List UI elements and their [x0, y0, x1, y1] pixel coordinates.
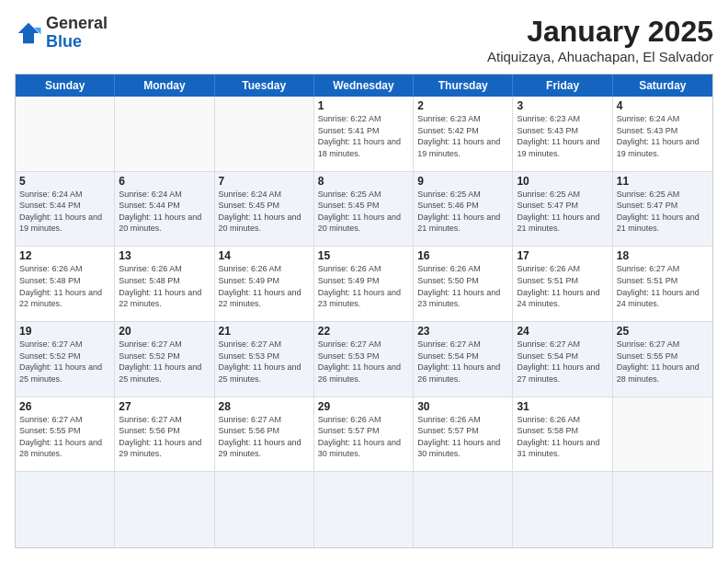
day-info: Sunrise: 6:27 AMSunset: 5:54 PMDaylight:… — [517, 339, 608, 385]
calendar-cell-r3-c3: 22Sunrise: 6:27 AMSunset: 5:53 PMDayligh… — [314, 322, 414, 396]
calendar-row-5 — [16, 472, 712, 547]
day-number: 17 — [517, 249, 608, 262]
calendar-cell-r1-c3: 8Sunrise: 6:25 AMSunset: 5:45 PMDaylight… — [314, 172, 414, 247]
calendar-cell-r4-c1: 27Sunrise: 6:27 AMSunset: 5:56 PMDayligh… — [115, 397, 214, 472]
weekday-header-tuesday: Tuesday — [215, 75, 314, 97]
day-info: Sunrise: 6:27 AMSunset: 5:55 PMDaylight:… — [19, 414, 110, 460]
logo-text: General Blue — [46, 15, 108, 52]
calendar-cell-r2-c4: 16Sunrise: 6:26 AMSunset: 5:50 PMDayligh… — [414, 247, 513, 321]
calendar-cell-r4-c5: 31Sunrise: 6:26 AMSunset: 5:58 PMDayligh… — [513, 397, 612, 472]
day-info: Sunrise: 6:25 AMSunset: 5:45 PMDaylight:… — [318, 189, 409, 235]
day-number: 29 — [318, 400, 409, 413]
day-info: Sunrise: 6:27 AMSunset: 5:52 PMDaylight:… — [119, 339, 210, 385]
weekday-header-monday: Monday — [115, 75, 214, 97]
calendar-cell-r3-c4: 23Sunrise: 6:27 AMSunset: 5:54 PMDayligh… — [414, 322, 513, 396]
calendar-cell-r5-c1 — [115, 472, 214, 547]
calendar-cell-r0-c4: 2Sunrise: 6:23 AMSunset: 5:42 PMDaylight… — [414, 97, 513, 171]
day-number: 15 — [318, 249, 409, 262]
calendar-cell-r4-c4: 30Sunrise: 6:26 AMSunset: 5:57 PMDayligh… — [414, 397, 513, 472]
calendar-row-2: 12Sunrise: 6:26 AMSunset: 5:48 PMDayligh… — [16, 247, 712, 322]
header: General Blue January 2025 Atiquizaya, Ah… — [15, 15, 713, 64]
calendar-cell-r5-c4 — [414, 472, 513, 547]
day-number: 9 — [417, 175, 508, 188]
calendar-cell-r3-c1: 20Sunrise: 6:27 AMSunset: 5:52 PMDayligh… — [115, 322, 214, 396]
calendar-cell-r5-c6 — [613, 472, 712, 547]
day-number: 22 — [318, 325, 409, 338]
day-number: 16 — [417, 249, 508, 262]
day-info: Sunrise: 6:23 AMSunset: 5:43 PMDaylight:… — [517, 113, 608, 159]
logo-blue-text: Blue — [46, 33, 108, 52]
day-info: Sunrise: 6:26 AMSunset: 5:57 PMDaylight:… — [417, 414, 508, 460]
weekday-header-sunday: Sunday — [16, 75, 115, 97]
day-info: Sunrise: 6:26 AMSunset: 5:49 PMDaylight:… — [219, 263, 310, 309]
calendar-cell-r2-c2: 14Sunrise: 6:26 AMSunset: 5:49 PMDayligh… — [215, 247, 314, 321]
calendar-row-4: 26Sunrise: 6:27 AMSunset: 5:55 PMDayligh… — [16, 397, 712, 473]
calendar-cell-r2-c6: 18Sunrise: 6:27 AMSunset: 5:51 PMDayligh… — [613, 247, 712, 321]
day-info: Sunrise: 6:25 AMSunset: 5:46 PMDaylight:… — [417, 189, 508, 235]
day-info: Sunrise: 6:27 AMSunset: 5:51 PMDaylight:… — [617, 263, 709, 309]
day-info: Sunrise: 6:27 AMSunset: 5:52 PMDaylight:… — [19, 339, 110, 385]
calendar-row-1: 5Sunrise: 6:24 AMSunset: 5:44 PMDaylight… — [16, 172, 712, 247]
day-info: Sunrise: 6:27 AMSunset: 5:53 PMDaylight:… — [219, 339, 310, 385]
day-number: 6 — [119, 175, 210, 188]
day-number: 12 — [19, 249, 110, 262]
day-number: 4 — [617, 99, 709, 112]
day-number: 7 — [219, 175, 310, 188]
day-number: 11 — [617, 175, 709, 188]
day-info: Sunrise: 6:27 AMSunset: 5:56 PMDaylight:… — [119, 414, 210, 460]
day-number: 19 — [19, 325, 110, 338]
day-info: Sunrise: 6:26 AMSunset: 5:51 PMDaylight:… — [517, 263, 608, 309]
calendar-cell-r2-c3: 15Sunrise: 6:26 AMSunset: 5:49 PMDayligh… — [314, 247, 414, 321]
calendar-cell-r5-c3 — [314, 472, 414, 547]
calendar-body: 1Sunrise: 6:22 AMSunset: 5:41 PMDaylight… — [16, 97, 712, 547]
day-number: 30 — [417, 400, 508, 413]
calendar-cell-r4-c2: 28Sunrise: 6:27 AMSunset: 5:56 PMDayligh… — [215, 397, 314, 472]
day-number: 5 — [19, 175, 110, 188]
day-info: Sunrise: 6:26 AMSunset: 5:57 PMDaylight:… — [318, 414, 409, 460]
calendar: SundayMondayTuesdayWednesdayThursdayFrid… — [15, 74, 713, 548]
calendar-cell-r3-c2: 21Sunrise: 6:27 AMSunset: 5:53 PMDayligh… — [215, 322, 314, 396]
calendar-cell-r0-c6: 4Sunrise: 6:24 AMSunset: 5:43 PMDaylight… — [613, 97, 712, 171]
day-number: 2 — [417, 99, 508, 112]
day-number: 1 — [318, 99, 409, 112]
day-number: 28 — [219, 400, 310, 413]
logo-icon — [15, 19, 42, 47]
day-number: 26 — [19, 400, 110, 413]
day-number: 24 — [517, 325, 608, 338]
calendar-cell-r5-c2 — [215, 472, 314, 547]
calendar-cell-r5-c5 — [513, 472, 612, 547]
calendar-cell-r0-c1 — [115, 97, 214, 171]
calendar-cell-r1-c6: 11Sunrise: 6:25 AMSunset: 5:47 PMDayligh… — [613, 172, 712, 247]
day-number: 3 — [517, 99, 608, 112]
day-number: 18 — [617, 249, 709, 262]
day-info: Sunrise: 6:26 AMSunset: 5:49 PMDaylight:… — [318, 263, 409, 309]
calendar-cell-r0-c2 — [215, 97, 314, 171]
day-info: Sunrise: 6:27 AMSunset: 5:56 PMDaylight:… — [219, 414, 310, 460]
calendar-cell-r5-c0 — [16, 472, 115, 547]
day-info: Sunrise: 6:24 AMSunset: 5:44 PMDaylight:… — [19, 189, 110, 235]
day-number: 8 — [318, 175, 409, 188]
day-info: Sunrise: 6:26 AMSunset: 5:48 PMDaylight:… — [19, 263, 110, 309]
calendar-cell-r0-c0 — [16, 97, 115, 171]
day-number: 10 — [517, 175, 608, 188]
day-info: Sunrise: 6:26 AMSunset: 5:50 PMDaylight:… — [417, 263, 508, 309]
calendar-cell-r3-c6: 25Sunrise: 6:27 AMSunset: 5:55 PMDayligh… — [613, 322, 712, 396]
month-title: January 2025 — [487, 15, 713, 49]
day-info: Sunrise: 6:26 AMSunset: 5:58 PMDaylight:… — [517, 414, 608, 460]
title-block: January 2025 Atiquizaya, Ahuachapan, El … — [487, 15, 713, 64]
day-number: 25 — [617, 325, 709, 338]
day-info: Sunrise: 6:25 AMSunset: 5:47 PMDaylight:… — [517, 189, 608, 235]
calendar-header: SundayMondayTuesdayWednesdayThursdayFrid… — [16, 75, 712, 97]
calendar-cell-r2-c5: 17Sunrise: 6:26 AMSunset: 5:51 PMDayligh… — [513, 247, 612, 321]
day-info: Sunrise: 6:26 AMSunset: 5:48 PMDaylight:… — [119, 263, 210, 309]
calendar-cell-r3-c5: 24Sunrise: 6:27 AMSunset: 5:54 PMDayligh… — [513, 322, 612, 396]
day-number: 20 — [119, 325, 210, 338]
logo-general-text: General — [46, 15, 108, 33]
day-info: Sunrise: 6:27 AMSunset: 5:53 PMDaylight:… — [318, 339, 409, 385]
day-info: Sunrise: 6:24 AMSunset: 5:45 PMDaylight:… — [219, 189, 310, 235]
calendar-cell-r2-c1: 13Sunrise: 6:26 AMSunset: 5:48 PMDayligh… — [115, 247, 214, 321]
day-number: 21 — [219, 325, 310, 338]
svg-marker-0 — [18, 23, 40, 44]
day-number: 14 — [219, 249, 310, 262]
calendar-cell-r4-c0: 26Sunrise: 6:27 AMSunset: 5:55 PMDayligh… — [16, 397, 115, 472]
